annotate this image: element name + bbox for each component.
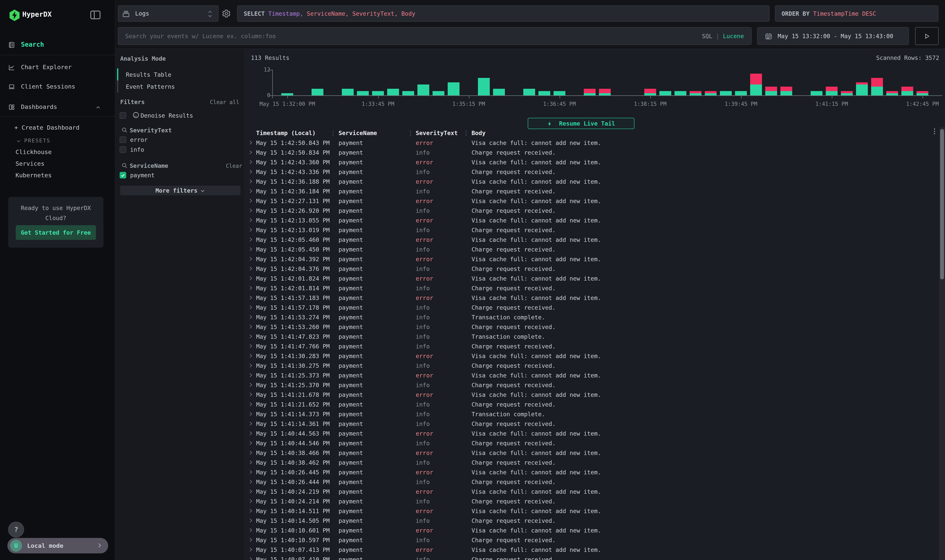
filter-option-error[interactable]: error [116,136,245,145]
table-row[interactable]: May 15 1:42:36.184 PMpaymentinfoCharge r… [245,186,936,196]
table-row[interactable]: May 15 1:41:21.652 PMpaymentinfoCharge r… [245,399,936,409]
table-row[interactable]: May 15 1:42:50.843 PMpaymenterrorVisa ca… [245,138,936,148]
events-histogram[interactable]: 120May 15 1:32:00 PM1:33:45 PM1:35:15 PM… [245,49,945,107]
table-row[interactable]: May 15 1:41:57.178 PMpaymentinfoCharge r… [245,303,936,312]
expand-row-icon[interactable] [248,440,253,446]
expand-row-icon[interactable] [248,402,253,407]
source-select[interactable]: Logs [118,5,219,22]
histogram-bar-ok[interactable] [871,87,883,95]
collapse-sidebar-icon[interactable] [89,9,102,21]
histogram-bar-ok[interactable] [644,93,656,95]
expand-row-icon[interactable] [248,285,253,291]
histogram-bar-error[interactable] [584,89,596,93]
histogram-bar-ok[interactable] [826,91,837,95]
histogram-bar-ok[interactable] [281,93,293,95]
table-row[interactable]: May 15 1:40:38.462 PMpaymentinfoCharge r… [245,457,936,467]
expand-row-icon[interactable] [248,276,253,281]
preset-clickhouse[interactable]: Clickhouse [15,148,52,155]
histogram-bar-error[interactable] [871,78,883,87]
histogram-bar-ok[interactable] [735,91,747,95]
histogram-bar-ok[interactable] [690,93,701,95]
expand-row-icon[interactable] [248,363,253,368]
histogram-bar-error[interactable] [856,82,868,85]
histogram-bar-ok[interactable] [538,91,550,95]
table-row[interactable]: May 15 1:42:27.131 PMpaymenterrorVisa ca… [245,196,936,206]
column-resize-grip-icon[interactable] [332,130,334,137]
preset-kubernetes[interactable]: Kubernetes [15,172,52,178]
expand-row-icon[interactable] [248,266,253,271]
payment-checkbox[interactable] [120,172,126,178]
expand-row-icon[interactable] [248,508,253,513]
filter-option-info[interactable]: info [116,146,245,154]
expand-row-icon[interactable] [248,411,253,417]
expand-row-icon[interactable] [248,372,253,378]
histogram-bar-ok[interactable] [841,93,853,95]
expand-row-icon[interactable] [248,256,253,262]
expand-row-icon[interactable] [248,518,253,523]
expand-row-icon[interactable] [248,469,253,475]
expand-row-icon[interactable] [248,314,253,320]
resume-live-tail-button[interactable]: Resume Live Tail [528,118,634,129]
expand-row-icon[interactable] [248,479,253,484]
time-range-picker[interactable]: May 15 13:32:00 - May 15 13:43:00 [757,27,909,45]
table-row[interactable]: May 15 1:41:53.274 PMpaymentinfoTransact… [245,312,936,322]
histogram-bar-ok[interactable] [418,85,429,95]
filter-option-payment[interactable]: payment [116,171,245,180]
expand-row-icon[interactable] [248,450,253,455]
expand-row-icon[interactable] [248,247,253,252]
expand-row-icon[interactable] [248,557,253,560]
histogram-bar-error[interactable] [886,91,898,93]
histogram-bar-ok[interactable] [780,91,792,95]
table-row[interactable]: May 15 1:40:10.601 PMpaymenterrorVisa ca… [245,525,936,535]
expand-row-icon[interactable] [248,460,253,465]
table-row[interactable]: May 15 1:40:07.413 PMpaymenterrorVisa ca… [245,545,936,554]
table-row[interactable]: May 15 1:41:21.678 PMpaymenterrorVisa ca… [245,390,936,399]
histogram-bar-ok[interactable] [523,89,535,95]
table-row[interactable]: May 15 1:40:14.505 PMpaymentinfoCharge r… [245,515,936,525]
expand-row-icon[interactable] [248,140,253,145]
expand-row-icon[interactable] [248,382,253,387]
histogram-bar-ok[interactable] [311,89,324,95]
column-header-body[interactable]: Body [472,130,486,137]
expand-row-icon[interactable] [248,227,253,232]
sidebar-item-client-sessions[interactable]: Client Sessions [0,81,116,93]
run-query-button[interactable] [915,27,939,45]
source-settings-button[interactable] [222,9,231,18]
table-row[interactable]: May 15 1:41:30.283 PMpaymenterrorVisa ca… [245,351,936,361]
table-scrollbar[interactable] [939,127,945,560]
table-row[interactable]: May 15 1:42:01.824 PMpaymenterrorVisa ca… [245,274,936,283]
create-dashboard-button[interactable]: + Create Dashboard [14,124,80,131]
histogram-bar-error[interactable] [901,87,913,91]
expand-row-icon[interactable] [248,547,253,552]
table-row[interactable]: May 15 1:42:01.814 PMpaymentinfoCharge r… [245,283,936,293]
histogram-bar-ok[interactable] [478,78,490,95]
histogram-bar-ok[interactable] [675,91,686,95]
table-row[interactable]: May 15 1:40:26.445 PMpaymenterrorVisa ca… [245,467,936,477]
histogram-bar-ok[interactable] [402,91,414,95]
histogram-bar-ok[interactable] [917,93,928,95]
histogram-bar-ok[interactable] [357,91,369,95]
histogram-bar-ok[interactable] [750,85,762,95]
table-row[interactable]: May 15 1:42:05.450 PMpaymentinfoCharge r… [245,245,936,254]
histogram-bar-ok[interactable] [387,89,399,95]
histogram-bar-ok[interactable] [720,91,732,95]
get-started-button[interactable]: Get Started for Free [16,225,96,240]
column-resize-grip-icon[interactable] [465,130,467,137]
expand-row-icon[interactable] [248,218,253,223]
expand-row-icon[interactable] [248,528,253,533]
column-header-timestamp-local[interactable]: Timestamp (Local) [256,130,316,137]
histogram-bar-error[interactable] [705,91,717,93]
expand-row-icon[interactable] [248,421,253,426]
order-by-input[interactable]: ORDER BY TimestampTime DESC [775,5,939,22]
table-row[interactable]: May 15 1:42:43.360 PMpaymenterrorVisa ca… [245,157,936,167]
histogram-bar-error[interactable] [599,89,611,93]
table-row[interactable]: May 15 1:40:44.546 PMpaymentinfoCharge r… [245,438,936,448]
table-row[interactable]: May 15 1:40:44.563 PMpaymenterrorVisa ca… [245,428,936,438]
table-row[interactable]: May 15 1:40:24.219 PMpaymenterrorVisa ca… [245,486,936,496]
expand-row-icon[interactable] [248,498,253,504]
sidebar-item-dashboards[interactable]: Dashboards [0,101,116,113]
histogram-bar-ok[interactable] [599,93,611,95]
expand-row-icon[interactable] [248,179,253,184]
table-row[interactable]: May 15 1:42:04.392 PMpaymenterrorVisa ca… [245,254,936,264]
expand-row-icon[interactable] [248,237,253,242]
